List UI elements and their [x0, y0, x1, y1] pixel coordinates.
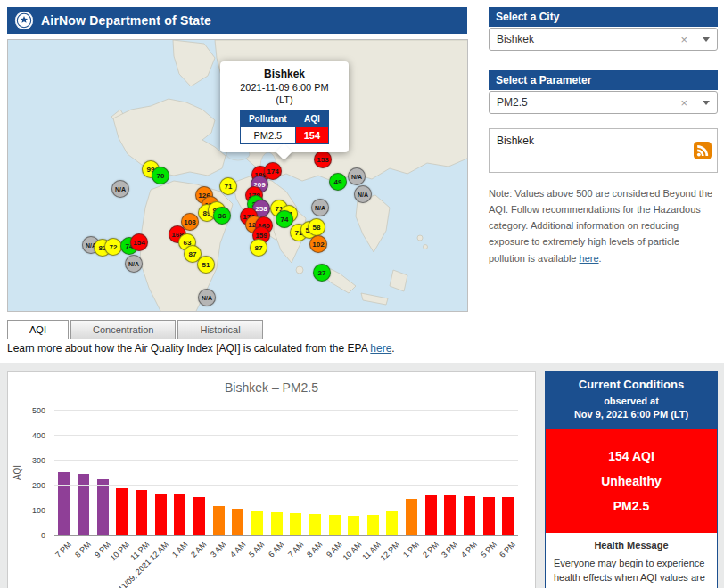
- x-label-slot: 2 PM: [425, 537, 437, 588]
- x-tick-label: 8 PM: [73, 540, 93, 559]
- chart-bar[interactable]: [444, 495, 456, 535]
- aqi-marker[interactable]: 72: [104, 238, 122, 256]
- y-tick-label: 100: [32, 506, 45, 515]
- city-dropdown-toggle[interactable]: [695, 29, 717, 50]
- parameter-dropdown-toggle[interactable]: [695, 92, 717, 113]
- chart-bar[interactable]: [174, 494, 185, 535]
- note-link[interactable]: here: [580, 253, 599, 264]
- gridline: [54, 460, 518, 461]
- x-tick-label: 2 AM: [189, 540, 209, 559]
- aqi-marker[interactable]: 71: [219, 177, 237, 195]
- x-label-slot: 4 PM: [464, 537, 475, 588]
- x-tick-label: 4 AM: [228, 540, 248, 559]
- aqi-marker[interactable]: 70: [152, 167, 169, 184]
- popup-table: Pollutant AQI PM2.5 154: [240, 110, 329, 144]
- aqi-map[interactable]: 9970N/A1261137118920917415349N/AN/A17834…: [7, 39, 468, 312]
- x-label-slot: 3 AM: [213, 537, 225, 588]
- x-tick-label: 2 PM: [421, 540, 440, 559]
- rss-icon[interactable]: [694, 142, 712, 159]
- aqi-marker[interactable]: N/A: [311, 199, 329, 216]
- x-label-slot: 6 AM: [271, 537, 283, 588]
- aqi-marker[interactable]: N/A: [125, 255, 143, 273]
- tab-historical[interactable]: Historical: [177, 320, 262, 339]
- aqi-marker[interactable]: N/A: [198, 289, 216, 306]
- learn-more-link[interactable]: here: [370, 342, 391, 355]
- learn-more-prefix: Learn more about how the Air Quality Ind…: [7, 342, 370, 355]
- x-label-slot: 6 PM: [502, 537, 514, 588]
- map-popup: Bishkek 2021-11-09 6:00 PM (LT) Pollutan…: [220, 61, 349, 152]
- aqi-marker[interactable]: 49: [329, 173, 347, 191]
- chart-bar[interactable]: [251, 511, 263, 535]
- chart-bar[interactable]: [136, 490, 147, 535]
- popup-aqi-value: 154: [295, 127, 328, 144]
- x-tick-label: 5 AM: [247, 540, 267, 559]
- aqi-marker[interactable]: N/A: [348, 167, 366, 185]
- chart-bar[interactable]: [58, 472, 70, 535]
- chart-bar[interactable]: [193, 497, 205, 535]
- chart-bar[interactable]: [386, 511, 398, 535]
- health-message-title: Health Message: [554, 540, 709, 551]
- popup-timezone: (LT): [226, 94, 343, 105]
- x-tick-label: 1 PM: [401, 540, 421, 559]
- aqi-marker[interactable]: 102: [309, 235, 327, 253]
- chart-bar[interactable]: [290, 513, 301, 535]
- chart-bar[interactable]: [329, 515, 341, 535]
- conditions-aqi-value: 154 AQI: [551, 444, 712, 469]
- x-tick-label: 3 PM: [440, 540, 460, 559]
- chart-bar[interactable]: [271, 512, 283, 535]
- feed-city-label: Bishkek: [497, 135, 534, 147]
- x-label-slot: 10 AM: [348, 537, 359, 588]
- popup-city: Bishkek: [226, 68, 343, 80]
- app-header: AirNow Department of State: [7, 7, 467, 34]
- aqi-marker[interactable]: 87: [250, 239, 267, 257]
- parameter-dropdown[interactable]: PM2.5 ×: [489, 91, 718, 114]
- aqi-marker[interactable]: 154: [130, 233, 148, 251]
- observed-at-value: Nov 9, 2021 6:00 PM (LT): [549, 408, 713, 421]
- x-tick-label: 6 AM: [267, 540, 286, 559]
- aqi-marker[interactable]: 153: [314, 151, 332, 168]
- tab-aqi[interactable]: AQI: [7, 320, 69, 339]
- chart-bar[interactable]: [502, 497, 514, 535]
- chart-bar[interactable]: [406, 499, 417, 535]
- chart-bar[interactable]: [155, 494, 167, 535]
- chart-bar[interactable]: [348, 516, 359, 535]
- parameter-dropdown-value: PM2.5: [497, 96, 673, 109]
- aqi-marker[interactable]: 51: [197, 256, 215, 274]
- aqi-marker[interactable]: 36: [213, 207, 231, 225]
- x-tick-label: 6 PM: [498, 540, 518, 559]
- current-conditions-panel: Current Conditions observed at Nov 9, 20…: [545, 371, 718, 588]
- learn-more-text: Learn more about how the Air Quality Ind…: [7, 342, 395, 355]
- chart-bar[interactable]: [483, 497, 495, 535]
- x-tick-label: 1 AM: [170, 540, 190, 559]
- city-clear-icon[interactable]: ×: [673, 33, 695, 46]
- chart-bar[interactable]: [116, 488, 128, 535]
- x-label-slot: 11/09, 2021 12 AM: [155, 537, 167, 588]
- chart-panel: Bishkek – PM2.5 AQI 0100200300400500 7 P…: [7, 371, 536, 588]
- x-tick-label: 11 AM: [360, 540, 383, 562]
- aqi-marker[interactable]: 58: [308, 218, 325, 236]
- tab-concentration[interactable]: Concentration: [70, 320, 177, 339]
- chart-bar[interactable]: [309, 514, 321, 535]
- aqi-marker[interactable]: N/A: [354, 185, 372, 203]
- aqi-marker[interactable]: N/A: [111, 180, 129, 198]
- chart-bar[interactable]: [367, 515, 379, 535]
- chart-yticks: 0100200300400500: [12, 411, 49, 535]
- rss-feed-box: Bishkek: [489, 128, 718, 173]
- aqi-marker[interactable]: 27: [313, 264, 331, 282]
- aqi-marker[interactable]: 174: [264, 162, 282, 180]
- popup-col-aqi: AQI: [295, 111, 328, 127]
- city-dropdown[interactable]: Bishkek ×: [489, 28, 718, 51]
- chart-bar[interactable]: [464, 496, 475, 535]
- health-message-block: Health Message Everyone may begin to exp…: [546, 533, 717, 588]
- y-tick-label: 0: [41, 531, 45, 540]
- chart-bar[interactable]: [97, 479, 109, 535]
- parameter-clear-icon[interactable]: ×: [673, 96, 695, 110]
- chart-bar[interactable]: [232, 509, 243, 535]
- chart-bar[interactable]: [78, 474, 89, 535]
- gridline: [54, 485, 518, 486]
- popup-datetime: 2021-11-09 6:00 PM: [226, 82, 343, 93]
- x-tick-label: 7 AM: [286, 540, 306, 559]
- chart-bar[interactable]: [425, 495, 437, 535]
- x-label-slot: 12 PM: [386, 537, 398, 588]
- aqi-marker[interactable]: 74: [276, 210, 293, 228]
